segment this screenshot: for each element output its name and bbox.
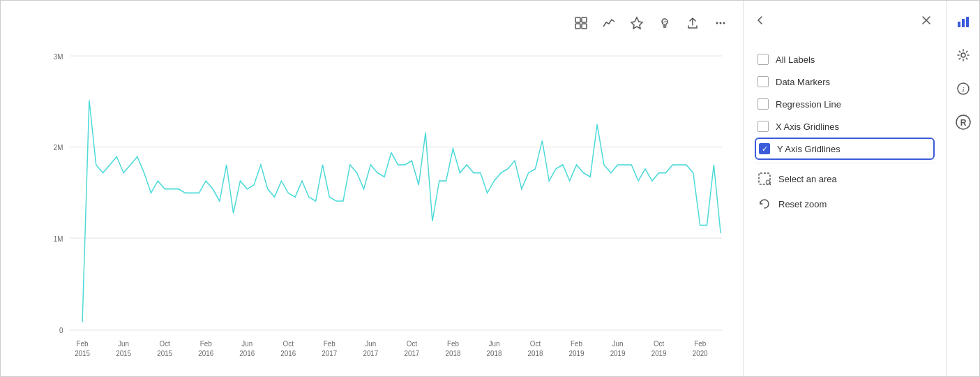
svg-point-6 xyxy=(720,22,722,24)
svg-text:Feb: Feb xyxy=(447,339,459,348)
svg-text:3M: 3M xyxy=(54,52,63,61)
pin-button[interactable] xyxy=(626,12,648,34)
svg-text:2015: 2015 xyxy=(157,348,172,357)
regression-line-item[interactable]: Regression Line xyxy=(755,93,935,115)
svg-text:Jun: Jun xyxy=(365,339,376,348)
x-axis-gridlines-checkbox[interactable] xyxy=(757,121,769,132)
settings-close-button[interactable] xyxy=(918,12,935,29)
export-button[interactable] xyxy=(681,12,704,34)
svg-text:2016: 2016 xyxy=(239,348,255,357)
back-button[interactable] xyxy=(755,15,766,26)
regression-line-checkbox[interactable] xyxy=(757,98,769,110)
svg-rect-51 xyxy=(958,22,960,27)
pin-icon xyxy=(630,16,644,30)
main-chart-area: 3M 2M 1M 0 Feb 2015 Jun 2015 Oct 2015 Fe… xyxy=(1,1,744,376)
svg-text:Jun: Jun xyxy=(489,339,500,348)
r-sidebar-button[interactable]: R xyxy=(951,110,976,135)
bar-chart-sidebar-button[interactable] xyxy=(951,9,976,34)
svg-text:2016: 2016 xyxy=(198,348,213,357)
chart-container: 3M 2M 1M 0 Feb 2015 Jun 2015 Oct 2015 Fe… xyxy=(1,40,743,362)
svg-text:Feb: Feb xyxy=(571,339,582,348)
svg-rect-1 xyxy=(582,17,587,22)
reset-zoom-icon xyxy=(757,197,771,211)
y-axis-gridlines-checkbox[interactable] xyxy=(759,143,770,154)
svg-rect-48 xyxy=(759,173,770,184)
reset-zoom-item[interactable]: Reset zoom xyxy=(755,191,935,216)
r-analytics-sidebar-icon: R xyxy=(955,114,972,131)
more-options-button[interactable] xyxy=(709,12,732,34)
right-sidebar: i R xyxy=(946,1,979,376)
all-labels-item[interactable]: All Labels xyxy=(755,48,935,71)
svg-text:2015: 2015 xyxy=(75,348,90,357)
chart-svg-wrapper: 3M 2M 1M 0 Feb 2015 Jun 2015 Oct 2015 Fe… xyxy=(43,40,729,362)
svg-text:Feb: Feb xyxy=(77,339,89,348)
svg-text:2019: 2019 xyxy=(651,348,667,357)
svg-text:Oct: Oct xyxy=(407,339,417,348)
info-sidebar-icon: i xyxy=(956,82,970,96)
svg-text:Jun: Jun xyxy=(241,339,252,348)
bulb-icon xyxy=(658,16,672,30)
svg-rect-52 xyxy=(962,19,965,27)
svg-text:Oct: Oct xyxy=(283,339,294,348)
svg-text:Jun: Jun xyxy=(118,339,129,348)
y-axis-gridlines-label: Y Axis Gridlines xyxy=(777,144,840,154)
svg-text:2020: 2020 xyxy=(693,348,708,357)
x-axis-gridlines-item[interactable]: X Axis Gridlines xyxy=(755,115,935,138)
settings-title-group xyxy=(755,15,771,26)
svg-text:2019: 2019 xyxy=(569,348,585,357)
more-icon xyxy=(714,16,728,30)
svg-text:2017: 2017 xyxy=(404,348,419,357)
select-area-label: Select an area xyxy=(778,174,837,184)
svg-text:Feb: Feb xyxy=(694,339,706,348)
reset-zoom-label: Reset zoom xyxy=(778,199,827,209)
svg-point-54 xyxy=(961,53,965,57)
svg-point-5 xyxy=(716,22,718,24)
svg-rect-53 xyxy=(966,17,969,27)
svg-text:2018: 2018 xyxy=(528,348,543,357)
svg-rect-2 xyxy=(575,24,580,29)
svg-text:Oct: Oct xyxy=(159,339,169,348)
y-axis-gridlines-item[interactable]: Y Axis Gridlines xyxy=(755,138,935,160)
svg-text:2M: 2M xyxy=(54,142,63,151)
svg-line-50 xyxy=(769,184,771,185)
svg-text:2018: 2018 xyxy=(445,348,460,357)
svg-text:0: 0 xyxy=(59,326,63,335)
chart-svg: 3M 2M 1M 0 Feb 2015 Jun 2015 Oct 2015 Fe… xyxy=(43,40,729,362)
svg-rect-3 xyxy=(582,24,587,29)
select-area-item[interactable]: Select an area xyxy=(755,166,935,191)
insights-button[interactable] xyxy=(654,12,676,34)
all-labels-checkbox[interactable] xyxy=(757,54,769,65)
svg-text:Feb: Feb xyxy=(200,339,212,348)
svg-text:R: R xyxy=(960,118,966,128)
chart-footer xyxy=(1,362,743,376)
svg-text:2017: 2017 xyxy=(322,348,337,357)
data-markers-item[interactable]: Data Markers xyxy=(755,71,935,93)
svg-text:Feb: Feb xyxy=(324,339,336,348)
regression-line-label: Regression Line xyxy=(776,99,841,110)
data-markers-label: Data Markers xyxy=(776,77,830,87)
svg-text:Oct: Oct xyxy=(654,339,664,348)
close-icon xyxy=(921,15,931,25)
bar-chart-sidebar-icon xyxy=(956,15,970,29)
settings-panel: All Labels Data Markers Regression Line … xyxy=(744,1,946,376)
svg-text:Jun: Jun xyxy=(612,339,624,348)
svg-text:2015: 2015 xyxy=(116,348,131,357)
table-icon xyxy=(574,16,588,30)
settings-header xyxy=(755,12,935,29)
svg-text:i: i xyxy=(962,85,964,94)
settings-divider xyxy=(755,163,935,163)
line-chart-icon xyxy=(602,16,616,30)
info-sidebar-button[interactable]: i xyxy=(951,76,976,101)
x-axis-gridlines-label: X Axis Gridlines xyxy=(776,121,839,132)
svg-point-7 xyxy=(723,22,725,24)
chart-toolbar xyxy=(570,12,732,34)
svg-text:Oct: Oct xyxy=(530,339,541,348)
table-view-button[interactable] xyxy=(570,12,592,34)
data-markers-checkbox[interactable] xyxy=(757,76,769,87)
settings-sidebar-button[interactable] xyxy=(951,43,976,68)
chart-header xyxy=(1,12,743,40)
export-icon xyxy=(686,16,700,30)
chart-view-button[interactable] xyxy=(598,12,620,34)
svg-text:2016: 2016 xyxy=(280,348,296,357)
svg-text:2017: 2017 xyxy=(363,348,378,357)
